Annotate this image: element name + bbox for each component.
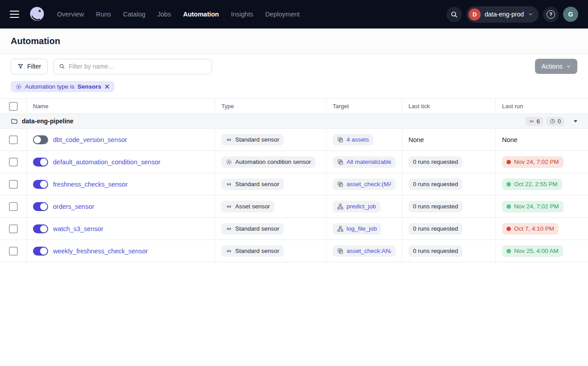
run-status-dot <box>506 182 511 187</box>
chevron-down-icon <box>528 12 533 17</box>
sensor-count: 6 <box>537 118 540 125</box>
active-filters-row: Automation type is Sensors <box>0 79 588 99</box>
table-row: weekly_freshness_check_sensor Standard s… <box>0 240 588 262</box>
last-run-badge[interactable]: None <box>502 136 518 143</box>
target-badge[interactable]: asset_check:(MARK <box>333 179 396 190</box>
sensors-table: Name Type Target Last tick Last run data… <box>0 99 588 262</box>
search-icon <box>450 11 458 18</box>
last-run-badge[interactable]: Nov 25, 4:00 AM <box>502 245 563 257</box>
multi-asset-icon <box>337 159 343 165</box>
select-all-checkbox[interactable] <box>9 102 18 111</box>
collapse-group-caret[interactable] <box>574 120 577 122</box>
search-icon <box>59 63 65 69</box>
sensor-name-link[interactable]: orders_sensor <box>53 203 94 210</box>
filter-chip-prefix: Automation type is <box>25 83 74 90</box>
help-icon: ? <box>547 10 555 19</box>
sensor-name-link[interactable]: dbt_code_version_sensor <box>53 136 127 143</box>
nav-item-overview[interactable]: Overview <box>57 11 84 18</box>
multi-asset-icon <box>337 248 343 254</box>
name-filter-box <box>53 59 212 74</box>
sensor-name-link[interactable]: default_automation_condition_sensor <box>53 159 160 166</box>
type-badge: Standard sensor <box>221 223 284 235</box>
workspace-name: data-eng-prod <box>485 11 524 18</box>
type-badge: Asset sensor <box>221 201 274 212</box>
sensor-name-link[interactable]: freshness_checks_sensor <box>53 181 128 188</box>
target-badge[interactable]: asset_check:ANALY <box>333 245 396 257</box>
target-badge[interactable]: 4 assets <box>333 134 373 146</box>
nav-item-runs[interactable]: Runs <box>96 11 111 18</box>
row-checkbox[interactable] <box>9 247 18 256</box>
primary-nav: Overview Runs Catalog Jobs Automation In… <box>57 11 300 18</box>
search-button[interactable] <box>446 7 462 22</box>
chevron-down-icon <box>566 64 571 69</box>
last-run-badge[interactable]: Nov 24, 7:02 PM <box>502 201 564 212</box>
last-run-badge[interactable]: Oct 22, 2:55 PM <box>502 179 562 190</box>
table-row: default_automation_condition_sensor Auto… <box>0 151 588 173</box>
target-badge[interactable]: All materializable as <box>333 156 396 168</box>
row-checkbox[interactable] <box>9 158 18 167</box>
automation-condition-icon <box>16 84 22 90</box>
type-badge: Standard sensor <box>221 245 284 257</box>
nav-item-insights[interactable]: Insights <box>231 11 253 18</box>
last-tick-value: 0 runs requested <box>408 223 462 235</box>
hamburger-icon[interactable] <box>9 10 20 19</box>
filter-chip-automation-type[interactable]: Automation type is Sensors <box>11 81 114 92</box>
actions-button[interactable]: Actions <box>535 59 577 74</box>
help-button[interactable]: ? <box>543 7 559 22</box>
last-tick-value: 0 runs requested <box>408 179 462 190</box>
table-row: dbt_code_version_sensor Standard sensor … <box>0 129 588 151</box>
filter-button[interactable]: Filter <box>11 59 48 74</box>
target-badge[interactable]: log_file_job <box>333 223 381 235</box>
nav-item-catalog[interactable]: Catalog <box>123 11 145 18</box>
last-tick-value: 0 runs requested <box>408 156 462 168</box>
dagster-logo[interactable] <box>28 5 46 24</box>
schedule-count-badge: 0 <box>546 117 564 126</box>
code-location-name: data-eng-pipeline <box>22 118 74 125</box>
table-row: freshness_checks_sensor Standard sensor … <box>0 173 588 195</box>
type-badge: Automation condition sensor <box>221 156 315 168</box>
sensor-waves-icon <box>226 226 232 232</box>
column-header-type: Type <box>215 99 327 114</box>
run-status-dot <box>506 227 511 231</box>
table-row: watch_s3_sensor Standard sensor log_file… <box>0 218 588 240</box>
column-header-last-tick: Last tick <box>402 99 496 114</box>
target-badge[interactable]: predict_job <box>333 201 380 212</box>
sensor-name-link[interactable]: watch_s3_sensor <box>53 225 103 232</box>
last-run-badge[interactable]: Oct 7, 4:10 PM <box>502 223 559 235</box>
sensor-waves-icon <box>529 118 535 124</box>
nav-item-jobs[interactable]: Jobs <box>157 11 171 18</box>
run-status-dot <box>506 204 511 209</box>
filter-button-label: Filter <box>27 63 41 70</box>
sensor-toggle[interactable] <box>33 202 48 211</box>
row-checkbox[interactable] <box>9 135 18 144</box>
nav-item-deployment[interactable]: Deployment <box>265 11 299 18</box>
funnel-icon <box>17 63 24 69</box>
top-nav: Overview Runs Catalog Jobs Automation In… <box>0 0 588 28</box>
row-checkbox[interactable] <box>9 202 18 211</box>
sensor-toggle[interactable] <box>33 247 48 256</box>
column-header-target: Target <box>327 99 402 114</box>
page-title: Automation <box>11 36 60 46</box>
sensor-toggle[interactable] <box>33 180 48 189</box>
table-row: orders_sensor Asset sensor predict_job 0… <box>0 195 588 218</box>
sensor-toggle[interactable] <box>33 158 48 167</box>
page-title-bar: Automation <box>0 28 588 54</box>
toolbar: Filter Actions <box>0 54 588 79</box>
sensor-toggle[interactable] <box>33 135 48 144</box>
sensor-waves-icon <box>226 137 232 143</box>
row-checkbox[interactable] <box>9 224 18 233</box>
automation-condition-icon <box>226 159 232 165</box>
user-avatar[interactable]: G <box>563 7 578 22</box>
last-run-badge[interactable]: Nov 24, 7:02 PM <box>502 156 564 168</box>
row-checkbox[interactable] <box>9 180 18 189</box>
multi-asset-icon <box>337 137 343 143</box>
name-filter-input[interactable] <box>69 63 207 70</box>
code-location-row: data-eng-pipeline 6 0 <box>0 114 588 129</box>
sensor-toggle[interactable] <box>33 224 48 233</box>
close-icon[interactable] <box>105 84 110 89</box>
run-status-dot <box>506 249 511 253</box>
sensor-name-link[interactable]: weekly_freshness_check_sensor <box>53 248 148 255</box>
last-tick-value: 0 runs requested <box>408 201 462 212</box>
nav-item-automation[interactable]: Automation <box>183 11 219 18</box>
workspace-switcher[interactable]: D data-eng-prod <box>466 6 539 23</box>
